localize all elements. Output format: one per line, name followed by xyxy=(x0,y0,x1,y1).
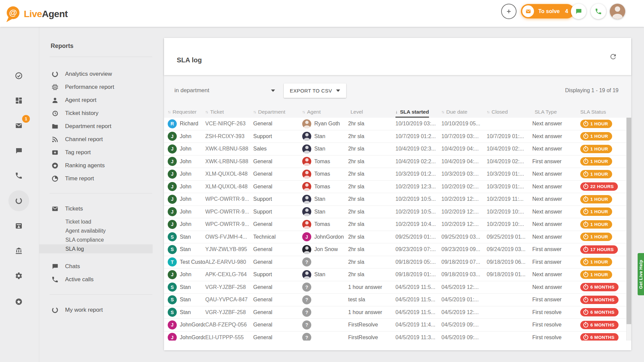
agent-name: JohnGordon xyxy=(314,234,344,240)
sidebar-item[interactable]: Performance report xyxy=(39,80,153,94)
column-header[interactable]: SLA Status xyxy=(578,106,626,118)
rail-item-reports[interactable] xyxy=(15,197,23,205)
sidebar-item[interactable]: Ticket history xyxy=(39,107,153,120)
column-header[interactable]: ↑↓Agent xyxy=(302,106,348,118)
rail-item-dashboard[interactable] xyxy=(15,97,23,105)
agent-name: Stan xyxy=(314,146,325,152)
agent-name: Tomas xyxy=(314,221,330,227)
rail-item-calls[interactable] xyxy=(15,172,23,180)
sidebar-subitem[interactable]: Ticket load xyxy=(39,217,153,226)
stopwatch-icon xyxy=(583,209,588,214)
agent-name: Stan xyxy=(314,196,325,202)
agent-name: Ryan Goth xyxy=(314,121,340,127)
rail-item-contacts[interactable] xyxy=(15,222,23,230)
column-header[interactable]: ↑↓Closed xyxy=(487,106,532,118)
sla-type-cell: First answer xyxy=(532,259,578,265)
status-badge: 1 HOUR xyxy=(580,132,612,140)
table-row[interactable]: S Stan VGR-YJZBF-258 General ? 1 hour an… xyxy=(164,306,631,319)
table-row[interactable]: J John XWK-LRBNU-588 Sales Stan 2hr sla … xyxy=(164,143,631,156)
column-header[interactable]: ↓SLA started xyxy=(395,106,441,118)
sidebar-item[interactable]: Channel report xyxy=(39,133,153,146)
rail-item-starred[interactable] xyxy=(15,298,23,306)
export-csv-button[interactable]: EXPORT TO CSV xyxy=(284,83,346,98)
table-row[interactable]: J John XLM-QUXOL-848 General Tomas 2hr s… xyxy=(164,181,631,193)
agent-name: Tomas xyxy=(314,171,330,177)
column-header[interactable]: Level xyxy=(348,106,395,118)
table-row[interactable]: J John XLM-QUXOL-848 General Tomas 2hr s… xyxy=(164,168,631,181)
sort-icon: ↑↓ xyxy=(168,110,171,114)
table-row[interactable]: J John WPC-OWRTR-9... Support Stan 2hr s… xyxy=(164,206,631,219)
sla-type-cell: Next answer xyxy=(532,146,578,152)
agent-cell: ? xyxy=(302,257,348,266)
closed-cell: 09/18/2019 01... xyxy=(487,272,532,278)
table-row[interactable]: S Stan OWS-FVJMH-4... Technical J JohnGo… xyxy=(164,231,631,244)
sidebar-subitem[interactable]: SLA log xyxy=(39,244,153,253)
department-filter-select[interactable]: in department xyxy=(174,87,275,94)
requester-avatar: J xyxy=(168,270,177,279)
table-row[interactable]: J JohnGordo CAB-FZEPQ-056 General ? Firs… xyxy=(164,319,631,331)
rail-item-tasks[interactable] xyxy=(15,72,23,80)
user-avatar[interactable] xyxy=(610,4,625,19)
table-row[interactable]: J John ZSH-RCIXY-393 Support Stan 2hr sl… xyxy=(164,130,631,143)
add-button[interactable] xyxy=(501,4,517,19)
column-header[interactable]: ↑↓Ticket xyxy=(205,106,253,118)
table-row[interactable]: J John WPC-OWRTR-9... Support Stan 2hr s… xyxy=(164,193,631,206)
sidebar-item[interactable]: Department report xyxy=(39,120,153,133)
calls-button[interactable] xyxy=(591,4,606,19)
sidebar-subitem[interactable]: Agent availability xyxy=(39,226,153,235)
department-cell: Support xyxy=(253,133,302,139)
sidebar-subitem[interactable]: SLA compliance xyxy=(39,235,153,244)
column-header[interactable]: ↑↓Due date xyxy=(441,106,487,118)
chats-button[interactable] xyxy=(571,4,586,19)
table-row[interactable]: J John XWK-LRBNU-588 General Tomas 2hr s… xyxy=(164,156,631,168)
column-header[interactable]: ↑↓Department xyxy=(253,106,302,118)
column-header[interactable]: SLA Type xyxy=(532,106,578,118)
table-row[interactable]: S Stan VGR-YJZBF-258 General ? 1 hour an… xyxy=(164,281,631,294)
table-row[interactable]: T Test Custo ALZ-EARVU-980 General ? 2hr… xyxy=(164,256,631,269)
check-circle-icon xyxy=(15,72,23,80)
sidebar-item[interactable]: Active calls xyxy=(39,273,153,286)
table-row[interactable]: J John WPC-OWRTR-9... General Tomas 2hr … xyxy=(164,218,631,231)
rail-item-settings[interactable] xyxy=(15,272,23,280)
agent-name: Jon Snow xyxy=(314,246,338,252)
liveagent-logo[interactable]: @ LiveAgent xyxy=(5,5,68,23)
sidebar-item[interactable]: Chats xyxy=(39,260,153,273)
sidebar-item[interactable]: Tag report xyxy=(39,146,153,159)
sidebar-item[interactable]: Time report xyxy=(39,172,153,185)
sidebar-item[interactable]: Analytics overview xyxy=(39,67,153,80)
scrollbar-thumb[interactable] xyxy=(627,118,631,324)
table-row[interactable]: S Stan YJW-ZWLYB-895 General Jon Snow 2h… xyxy=(164,243,631,256)
column-header[interactable]: ↑↓Requester xyxy=(168,106,205,118)
status-badge: 1 HOUR xyxy=(580,207,612,216)
get-live-help-tab[interactable]: Get Live Help xyxy=(638,253,644,295)
sla-status-cell: 1 HOUR xyxy=(578,258,626,266)
to-solve-button[interactable]: To solve 4 xyxy=(521,4,574,18)
department-cell: General xyxy=(253,121,302,127)
table-row[interactable]: J John APK-CEXLG-764 Support Stan 2hr sl… xyxy=(164,268,631,281)
refresh-button[interactable] xyxy=(609,53,617,61)
table-row[interactable]: R Richard VCE-NIRQF-263 General Ryan Got… xyxy=(164,118,631,130)
chevron-down-icon xyxy=(271,89,275,92)
sla-status-cell: 1 HOUR xyxy=(578,145,626,153)
sidebar-item-tickets[interactable]: Tickets xyxy=(39,202,153,215)
sidebar-item[interactable]: Agent report xyxy=(39,94,153,107)
requester-avatar: J xyxy=(168,207,177,216)
due-date-cell: 10/2/2019 12:... xyxy=(441,209,487,215)
level-cell: 2hr sla xyxy=(348,184,395,190)
table-row[interactable]: J JohnGordo ELI-UTPPP-555 General ? Firs… xyxy=(164,331,631,341)
sla-status-cell: 6 MONTHS xyxy=(578,283,626,291)
rail-item-chats[interactable] xyxy=(15,147,23,155)
status-badge: 6 MONTHS xyxy=(580,321,619,329)
agent-cell: ? xyxy=(302,283,348,292)
table-row[interactable]: S Stan QAU-YVPCA-847 General ? test sla … xyxy=(164,294,631,306)
agent-avatar: J xyxy=(302,232,311,241)
requester-cell: J John xyxy=(168,170,205,179)
sidebar-item[interactable]: Ranking agents xyxy=(39,159,153,172)
sla-started-cell: 09/25/2019 01:... xyxy=(395,234,441,240)
sidebar-item[interactable]: My work report xyxy=(39,303,153,316)
due-date-cell: 10/4/2019 04:... xyxy=(441,159,487,165)
requester-name: Stan xyxy=(180,309,191,315)
due-date-cell: 09/25/2019 03... xyxy=(441,234,487,240)
rail-item-tickets[interactable] xyxy=(15,122,23,130)
rail-item-company[interactable] xyxy=(15,247,23,255)
